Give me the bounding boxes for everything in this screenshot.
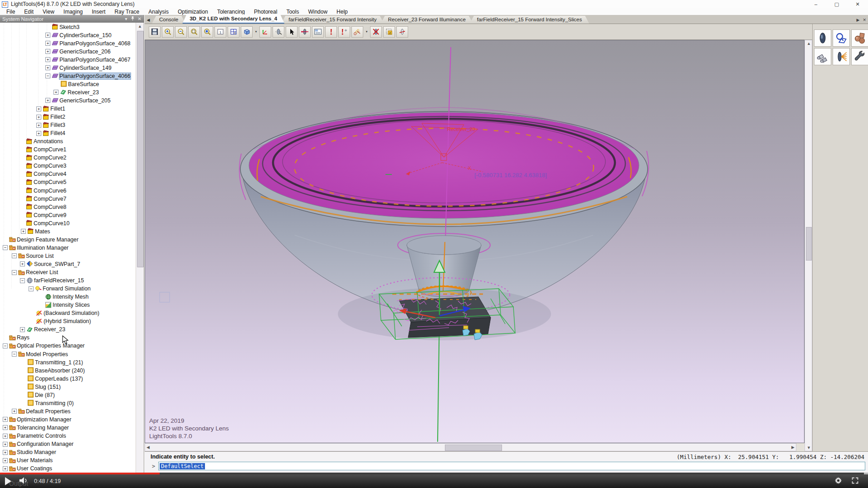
rays-off-button[interactable] xyxy=(370,26,382,38)
tree-item-label[interactable]: CompCurve7 xyxy=(34,196,66,202)
tree-item[interactable]: −PlanarPolygonSurface_4066 xyxy=(0,72,136,80)
menu-file[interactable]: File xyxy=(2,9,20,15)
tree-item[interactable]: +Parametric Controls xyxy=(0,432,136,440)
expand-icon[interactable]: + xyxy=(54,90,59,95)
command-input[interactable]: DefaultSelect xyxy=(158,462,865,470)
tab-scroll-right-icon[interactable]: ▶ xyxy=(857,18,860,22)
tree-item[interactable]: −Receiver List xyxy=(0,268,136,276)
error-check-button[interactable] xyxy=(325,26,337,38)
tree-item-label[interactable]: Die (87) xyxy=(35,392,55,398)
expand-icon[interactable]: + xyxy=(12,409,17,414)
expand-icon[interactable]: + xyxy=(36,123,41,128)
expand-icon[interactable]: + xyxy=(45,33,50,38)
tree-item[interactable]: +Fillet2 xyxy=(0,113,136,121)
tree-item-label[interactable]: PlanarPolygonSurface_4066 xyxy=(59,73,131,79)
ray-trace-button[interactable] xyxy=(351,26,363,38)
zoom-window-button[interactable] xyxy=(188,26,200,38)
tree-item[interactable]: Annotations xyxy=(0,137,136,145)
close-panel-icon[interactable]: ✕ xyxy=(138,16,141,21)
tree-item[interactable]: +Studio Manager xyxy=(0,448,136,456)
surface-pick-button[interactable] xyxy=(273,26,284,38)
tree-item-label[interactable]: Transmitting_1 (21) xyxy=(35,359,83,366)
viewport-hscrollbar[interactable]: ◀ ▶ xyxy=(145,443,796,451)
view-3d-button[interactable] xyxy=(241,26,253,38)
tree-item-label[interactable]: (Hybrid Simulation) xyxy=(44,318,91,324)
tree-item-label[interactable]: Configuration Manager xyxy=(17,441,73,447)
panel-header[interactable]: System Navigator ▾ ✕ xyxy=(0,15,144,23)
tree-item[interactable]: +PlanarPolygonSurface_4068 xyxy=(0,39,136,47)
properties-report-button[interactable] xyxy=(312,26,324,38)
tab-farfieldreceiver-15-forward-intensity[interactable]: farFieldReceiver_15 Forward Intensity xyxy=(281,16,384,24)
tree-item-label[interactable]: Illumination Manager xyxy=(17,245,68,251)
expand-icon[interactable]: + xyxy=(3,458,8,463)
scroll-up-icon[interactable]: ▲ xyxy=(807,41,811,46)
expand-icon[interactable]: + xyxy=(20,327,25,332)
tree-item-label[interactable]: User Materials xyxy=(17,457,53,464)
tree-item[interactable]: −farFieldReceiver_15 xyxy=(0,276,136,285)
settings-wrench-button[interactable] xyxy=(851,48,868,65)
tree-item-label[interactable]: Mates xyxy=(35,228,50,235)
tree-item[interactable]: CompCurve10 xyxy=(0,219,136,227)
tree-item-label[interactable]: Optical Properties Manager xyxy=(17,343,85,349)
expand-icon[interactable]: + xyxy=(36,106,41,111)
tree-item-label[interactable]: PlanarPolygonSurface_4068 xyxy=(59,40,131,47)
pin-icon[interactable] xyxy=(131,16,135,22)
tab-3d-k2-led-with-secondary-lens-4[interactable]: 3D_K2 LED with Secondary Lens_4 xyxy=(182,14,284,24)
close-button[interactable]: ✕ xyxy=(847,0,868,8)
zoom-z-button[interactable]: z xyxy=(383,26,395,38)
tree-item[interactable]: +Tolerancing Manager xyxy=(0,423,136,431)
tree-item[interactable]: CompCurve8 xyxy=(0,203,136,211)
tree-item-label[interactable]: CompCurve4 xyxy=(34,171,66,177)
scroll-thumb[interactable] xyxy=(137,31,144,267)
tree-item-label[interactable]: PlanarPolygonSurface_4067 xyxy=(59,57,131,63)
tree-item[interactable]: +Receiver_23 xyxy=(0,88,136,96)
tree-item-label[interactable]: Parametric Controls xyxy=(17,433,66,439)
tree-item[interactable]: CompCurve9 xyxy=(0,211,136,219)
tab-scroll-left-icon[interactable]: ◀ xyxy=(145,18,152,24)
fullscreen-icon[interactable] xyxy=(851,477,859,486)
tree-item[interactable]: +Source_SWPart_7 xyxy=(0,260,136,268)
tree-item[interactable]: +User Materials xyxy=(0,456,136,464)
tree-item[interactable]: +PlanarPolygonSurface_4067 xyxy=(0,55,136,63)
tree-item[interactable]: CompCurve5 xyxy=(0,178,136,186)
collapse-icon[interactable]: − xyxy=(12,270,17,275)
scroll-left-icon[interactable]: ◀ xyxy=(146,445,150,449)
tree-item[interactable]: +CylinderSurface_150 xyxy=(0,31,136,39)
tree-item[interactable]: +Fillet3 xyxy=(0,121,136,129)
tree-item-label[interactable]: Slug (151) xyxy=(35,384,61,390)
tree-item-label[interactable]: Forward Simulation xyxy=(43,285,91,292)
zoom-in-button[interactable] xyxy=(162,26,174,38)
tree-item-label[interactable]: Sketch3 xyxy=(59,24,79,30)
expand-icon[interactable]: + xyxy=(45,41,50,46)
tree-item[interactable]: +CylinderSurface_149 xyxy=(0,63,136,72)
expand-icon[interactable]: + xyxy=(36,131,41,136)
menu-help[interactable]: Help xyxy=(332,9,352,15)
source-flashlights-button[interactable] xyxy=(814,48,831,65)
tree-item-label[interactable]: GenericSurface_205 xyxy=(59,97,111,104)
tree-item-label[interactable]: Tolerancing Manager xyxy=(17,425,69,431)
tree-item[interactable]: −Source List xyxy=(0,251,136,260)
tree-item[interactable]: Sketch3 xyxy=(0,23,136,31)
tree-item-label[interactable]: Receiver_23 xyxy=(68,89,99,96)
tab-console[interactable]: Console xyxy=(152,16,185,24)
tree-item[interactable]: −Model Properties xyxy=(0,350,136,358)
tree-item[interactable]: −Forward Simulation xyxy=(0,285,136,293)
tree-item-label[interactable]: Fillet1 xyxy=(50,106,65,112)
tree-item[interactable]: CopperLeads (137) xyxy=(0,374,136,382)
menu-imaging[interactable]: Imaging xyxy=(59,9,88,15)
expand-icon[interactable]: + xyxy=(3,442,8,447)
tree-item-label[interactable]: farFieldReceiver_15 xyxy=(34,277,84,284)
expand-icon[interactable]: + xyxy=(3,425,8,430)
tree-item[interactable]: Transmitting (0) xyxy=(0,399,136,407)
menu-tolerancing[interactable]: Tolerancing xyxy=(213,9,249,15)
tree-item-label[interactable]: Optimization Manager xyxy=(17,416,71,423)
tree-item-label[interactable]: User Coatings xyxy=(17,465,52,472)
3d-viewport[interactable]: Receiver_23 X [-0.580731 16.282 4.63818]… xyxy=(145,40,805,443)
expand-icon[interactable]: + xyxy=(45,49,50,54)
scroll-thumb[interactable] xyxy=(445,445,502,451)
view-3d-dropdown-icon[interactable]: ▾ xyxy=(254,30,258,34)
sidebar-scrollbar[interactable]: ▲ ▼ xyxy=(136,23,144,488)
panel-menu-icon[interactable]: ▾ xyxy=(125,16,127,21)
tree-item[interactable]: (Backward Simulation) xyxy=(0,309,136,317)
selection-magnifier-button[interactable] xyxy=(833,29,850,47)
